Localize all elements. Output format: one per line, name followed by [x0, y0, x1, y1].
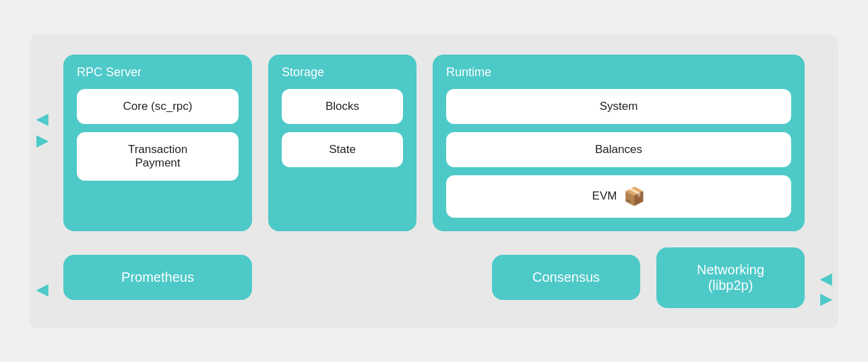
core-sc-rpc-box: Core (sc_rpc) [77, 89, 239, 124]
storage-box: Storage Blocks State [268, 55, 416, 231]
networking-right-arrows: ◀ ▶ [820, 272, 832, 307]
diagram-container: ◀ ▶ ◀ ◀ ▶ RPC Server Core (sc_rpc) Trans… [30, 34, 838, 328]
state-box: State [282, 132, 403, 167]
blocks-box: Blocks [282, 89, 403, 124]
rpc-server-box: RPC Server Core (sc_rpc) TransactionPaym… [63, 55, 252, 231]
prometheus-label: Prometheus [121, 270, 194, 284]
runtime-label: Runtime [446, 65, 791, 80]
system-box: System [446, 89, 791, 124]
runtime-box: Runtime System Balances EVM 📦 [433, 55, 805, 231]
prometheus-box: Prometheus [63, 255, 252, 300]
evm-box: EVM 📦 [446, 175, 791, 218]
evm-icon: 📦 [623, 186, 645, 207]
rpc-left-arrows: ◀ ▶ [36, 112, 48, 148]
networking-label: Networking (libp2p) [697, 262, 764, 293]
arrow-prometheus-left: ◀ [36, 281, 48, 298]
consensus-box: Consensus [492, 255, 640, 300]
networking-box: Networking (libp2p) [656, 247, 805, 308]
balances-box: Balances [446, 132, 791, 167]
transaction-payment-box: TransactionPayment [77, 132, 239, 181]
prometheus-left-arrow: ◀ [36, 282, 48, 297]
consensus-label: Consensus [532, 270, 600, 284]
top-row: RPC Server Core (sc_rpc) TransactionPaym… [63, 55, 805, 231]
bottom-row: Prometheus Consensus Networking (libp2p) [63, 247, 805, 308]
rpc-server-label: RPC Server [77, 65, 239, 80]
arrow-networking-right-out: ▶ [820, 292, 832, 307]
arrow-networking-right-in: ◀ [820, 272, 832, 286]
storage-label: Storage [282, 65, 403, 80]
arrow-left-in: ▶ [36, 133, 48, 148]
arrow-left-out: ◀ [36, 112, 48, 127]
